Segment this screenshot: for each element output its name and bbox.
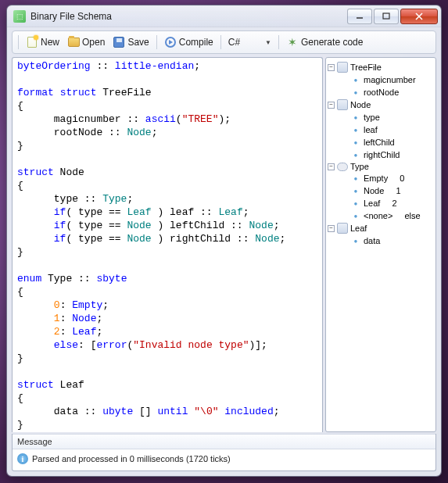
struct-icon <box>337 62 348 73</box>
collapse-icon[interactable]: − <box>328 64 335 71</box>
window-title: Binary File Schema <box>30 11 347 22</box>
titlebar[interactable]: ⬚ Binary File Schema <box>7 5 441 27</box>
status-panel: Message i Parsed and processed in 0 mill… <box>12 434 436 471</box>
save-label: Save <box>127 37 149 48</box>
compile-button[interactable]: Compile <box>161 34 217 50</box>
tree-leaf[interactable]: ●Empty 0 <box>328 172 434 184</box>
info-icon: i <box>17 453 28 464</box>
close-button[interactable] <box>400 9 438 24</box>
tree-leaf[interactable]: ●rightChild <box>328 148 434 161</box>
bullet-icon: ● <box>350 149 361 160</box>
toolbar: New Open Save Compile C# ▼ ✶ Generate co… <box>12 30 436 54</box>
bullet-icon: ● <box>350 210 361 221</box>
play-icon <box>164 36 177 48</box>
tree-node-treefile[interactable]: − TreeFile <box>328 61 434 73</box>
bullet-icon: ● <box>350 112 361 123</box>
tree-leaf[interactable]: ●data <box>328 234 434 247</box>
tree-node-type[interactable]: − Type <box>328 161 434 172</box>
enum-icon <box>337 163 348 171</box>
bullet-icon: ● <box>350 235 361 246</box>
collapse-icon[interactable]: − <box>328 225 335 232</box>
code-editor[interactable]: byteOrdering :: little-endian; format st… <box>12 57 323 432</box>
tree-leaf[interactable]: ●rootNode <box>328 86 434 98</box>
status-body: i Parsed and processed in 0 milliseconds… <box>13 449 435 470</box>
struct-icon <box>337 99 348 110</box>
chevron-down-icon: ▼ <box>265 39 271 46</box>
folder-open-icon <box>67 36 80 48</box>
tree-panel[interactable]: − TreeFile ●magicnumber ●rootNode − Node… <box>325 57 436 432</box>
tree-leaf[interactable]: ●leftChild <box>328 136 434 148</box>
content-area: byteOrdering :: little-endian; format st… <box>12 57 436 432</box>
collapse-icon[interactable]: − <box>328 163 335 170</box>
bullet-icon: ● <box>350 185 361 196</box>
bullet-icon: ● <box>350 173 361 184</box>
language-value: C# <box>228 37 240 48</box>
tree-leaf[interactable]: ●Node 1 <box>328 184 434 197</box>
new-button[interactable]: New <box>23 34 63 50</box>
bullet-icon: ● <box>350 124 361 135</box>
bullet-icon: ● <box>350 137 361 148</box>
bullet-icon: ● <box>350 74 361 85</box>
generate-label: Generate code <box>301 37 363 48</box>
tree-node-node[interactable]: − Node <box>328 98 434 111</box>
struct-icon <box>337 223 348 234</box>
window-controls <box>347 9 438 24</box>
open-button[interactable]: Open <box>64 34 108 50</box>
new-file-icon <box>26 36 38 48</box>
tree-leaf[interactable]: ●type <box>328 111 434 123</box>
gear-icon: ✶ <box>286 36 299 48</box>
generate-button[interactable]: ✶ Generate code <box>283 34 366 50</box>
new-label: New <box>41 37 59 48</box>
bullet-icon: ● <box>350 198 361 209</box>
language-combo[interactable]: C# ▼ <box>225 36 274 48</box>
app-window: ⬚ Binary File Schema New Open Save Compi… <box>6 5 442 477</box>
status-message: Parsed and processed in 0 milliseconds (… <box>32 454 231 463</box>
maximize-button[interactable] <box>374 9 399 24</box>
open-label: Open <box>82 37 105 48</box>
svg-rect-1 <box>383 13 389 19</box>
collapse-icon[interactable]: − <box>328 102 335 109</box>
status-header: Message <box>13 434 435 449</box>
tree-node-leaf[interactable]: − Leaf <box>328 222 434 234</box>
tree-leaf[interactable]: ●leaf <box>328 123 434 136</box>
tree-leaf[interactable]: ●<none> else <box>328 209 434 222</box>
app-icon: ⬚ <box>13 10 26 23</box>
compile-label: Compile <box>179 37 213 48</box>
minimize-button[interactable] <box>347 9 372 24</box>
tree-leaf[interactable]: ●magicnumber <box>328 73 434 86</box>
tree-leaf[interactable]: ●Leaf 2 <box>328 197 434 209</box>
save-icon <box>113 36 125 48</box>
bullet-icon: ● <box>350 87 361 98</box>
save-button[interactable]: Save <box>109 34 152 50</box>
